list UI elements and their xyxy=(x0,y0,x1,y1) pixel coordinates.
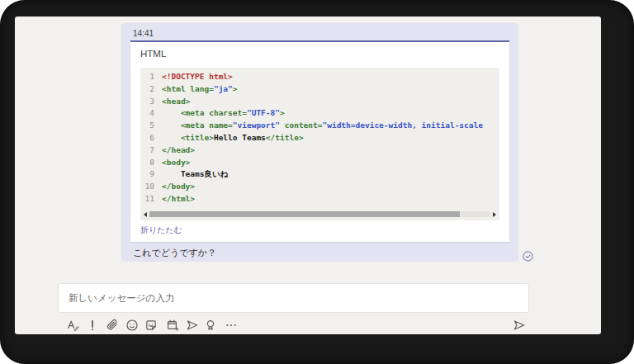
schedule-meeting-button[interactable] xyxy=(164,317,181,333)
line-number: 4 xyxy=(140,107,154,120)
code-line: 7</head> xyxy=(140,144,499,157)
exclamation-icon xyxy=(86,319,99,332)
play-arrow-icon xyxy=(186,319,199,332)
stream-button[interactable] xyxy=(184,317,201,333)
paper-plane-icon xyxy=(513,319,526,332)
message-bubble: 14:41 HTML 1<!DOCTYPE html>2<html lang="… xyxy=(121,23,518,262)
scrollbar-thumb[interactable] xyxy=(149,211,460,217)
code-snippet-card: HTML 1<!DOCTYPE html>2<html lang="ja">3<… xyxy=(130,40,509,242)
code-text: <body> xyxy=(162,157,190,169)
line-number: 2 xyxy=(140,83,154,96)
line-number: 9 xyxy=(140,168,154,181)
smiley-icon xyxy=(125,319,139,332)
code-card-title: HTML xyxy=(140,49,166,59)
window-frame: 14:41 HTML 1<!DOCTYPE html>2<html lang="… xyxy=(0,0,634,364)
praise-ribbon-icon xyxy=(204,319,217,332)
code-line: 1<!DOCTYPE html> xyxy=(140,71,499,83)
code-text: </html> xyxy=(162,193,195,206)
scroll-right-arrow-icon[interactable] xyxy=(490,210,498,218)
more-options-button[interactable] xyxy=(223,317,239,333)
message-input[interactable] xyxy=(58,283,529,313)
line-number: 6 xyxy=(140,132,154,144)
line-number: 11 xyxy=(140,193,154,206)
code-text: </head> xyxy=(162,144,195,157)
scroll-left-arrow-icon[interactable] xyxy=(142,210,149,218)
priority-button[interactable] xyxy=(84,317,101,333)
code-line: 6 <title>Hello Teams</title> xyxy=(140,132,499,144)
attach-button[interactable] xyxy=(104,317,121,333)
code-line: 8<body> xyxy=(140,157,499,169)
code-text: Teams良いね xyxy=(162,168,228,181)
message-timestamp: 14:41 xyxy=(133,29,154,38)
line-number: 1 xyxy=(140,71,154,83)
line-number: 7 xyxy=(140,144,154,157)
code-line: 2<html lang="ja"> xyxy=(140,83,499,96)
sticker-button[interactable] xyxy=(143,317,159,333)
code-line: 5 <meta name="viewport" content="width=d… xyxy=(140,120,499,132)
code-block: 1<!DOCTYPE html>2<html lang="ja">3<head>… xyxy=(140,68,499,220)
send-button[interactable] xyxy=(511,317,528,333)
code-text: <title>Hello Teams</title> xyxy=(162,132,304,144)
praise-button[interactable] xyxy=(202,317,219,333)
code-line: 11</html> xyxy=(140,193,499,206)
code-text: </body> xyxy=(162,181,195,193)
code-line: 4 <meta charset="UTF-8"> xyxy=(140,107,499,120)
code-text: <head> xyxy=(162,96,190,108)
read-receipt-check-circle-icon xyxy=(523,250,533,261)
line-number: 3 xyxy=(140,96,154,108)
code-line: 10</body> xyxy=(140,181,499,193)
message-text: これでどうですか？ xyxy=(133,247,216,259)
calendar-add-icon xyxy=(166,319,179,332)
code-line: 3<head> xyxy=(140,96,499,108)
code-text: <html lang="ja"> xyxy=(162,83,238,96)
ellipsis-icon xyxy=(225,319,238,332)
line-number: 10 xyxy=(140,181,154,193)
code-line: 9 Teams良いね xyxy=(140,168,499,181)
format-button[interactable] xyxy=(64,317,81,333)
teams-chat-screen: 14:41 HTML 1<!DOCTYPE html>2<html lang="… xyxy=(15,17,601,334)
sticker-icon xyxy=(144,319,158,332)
code-text: <!DOCTYPE html> xyxy=(162,71,233,83)
line-number: 8 xyxy=(140,157,154,169)
code-text: <meta charset="UTF-8"> xyxy=(162,107,285,120)
code-text: <meta name="viewport" content="width=dev… xyxy=(162,120,483,132)
emoji-button[interactable] xyxy=(124,317,140,333)
line-number: 5 xyxy=(140,120,154,132)
paperclip-icon xyxy=(106,319,119,332)
collapse-link[interactable]: 折りたたむ xyxy=(140,225,182,236)
scrollbar-track[interactable] xyxy=(149,211,490,217)
horizontal-scrollbar[interactable] xyxy=(142,210,498,218)
code-lines: 1<!DOCTYPE html>2<html lang="ja">3<head>… xyxy=(140,68,499,206)
format-a-pen-icon xyxy=(66,319,79,332)
